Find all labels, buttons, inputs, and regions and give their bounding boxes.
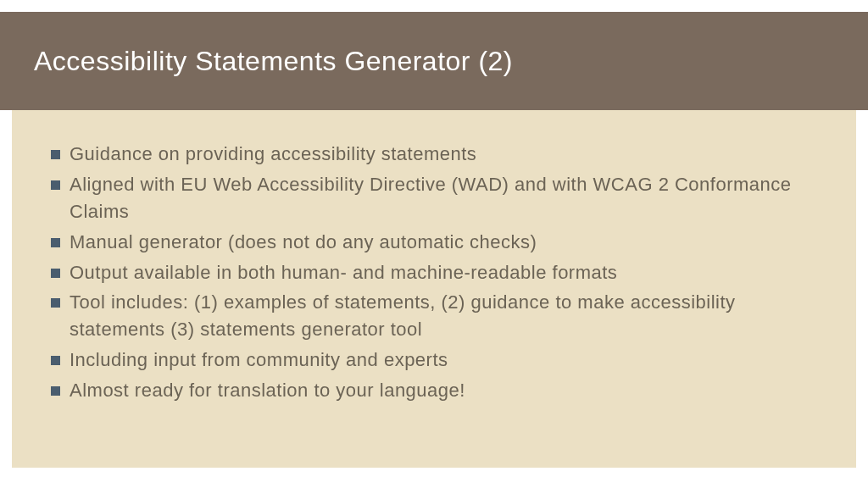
slide-title: Accessibility Statements Generator (2) <box>34 46 513 77</box>
list-item: Manual generator (does not do any automa… <box>51 229 817 256</box>
list-item: Almost ready for translation to your lan… <box>51 377 817 404</box>
bullet-icon <box>51 269 60 278</box>
slide-header: Accessibility Statements Generator (2) <box>0 12 868 110</box>
bullet-text: Including input from community and exper… <box>70 347 817 374</box>
bullet-text: Almost ready for translation to your lan… <box>70 377 817 404</box>
bullet-icon <box>51 298 60 308</box>
list-item: Aligned with EU Web Accessibility Direct… <box>51 171 817 225</box>
bullet-text: Guidance on providing accessibility stat… <box>70 141 817 168</box>
bullet-text: Manual generator (does not do any automa… <box>70 229 817 256</box>
bullet-icon <box>51 238 60 247</box>
bullet-icon <box>51 386 60 396</box>
list-item: Output available in both human- and mach… <box>51 259 817 286</box>
list-item: Tool includes: (1) examples of statement… <box>51 289 817 343</box>
list-item: Including input from community and exper… <box>51 347 817 374</box>
bullet-text: Aligned with EU Web Accessibility Direct… <box>70 171 817 225</box>
slide-content: Guidance on providing accessibility stat… <box>12 110 856 468</box>
bullet-list: Guidance on providing accessibility stat… <box>51 141 817 404</box>
bullet-icon <box>51 356 60 365</box>
bullet-icon <box>51 180 60 190</box>
bullet-text: Output available in both human- and mach… <box>70 259 817 286</box>
list-item: Guidance on providing accessibility stat… <box>51 141 817 168</box>
bullet-icon <box>51 150 60 159</box>
bullet-text: Tool includes: (1) examples of statement… <box>70 289 817 343</box>
